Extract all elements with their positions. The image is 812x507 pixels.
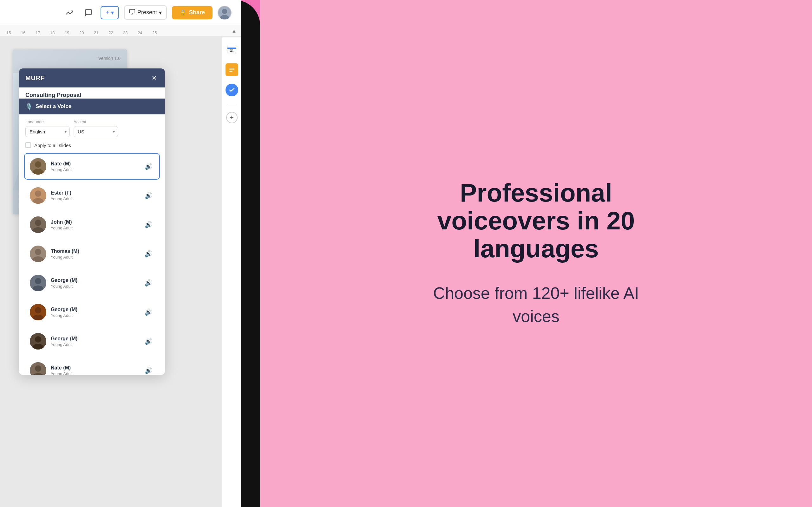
svg-point-15 bbox=[35, 161, 41, 168]
hero-title: Professional voiceovers in 20 languages bbox=[425, 179, 647, 263]
document-title: Consulting Proposal bbox=[19, 88, 165, 99]
ruler-24: 24 bbox=[138, 31, 152, 37]
voice-play-thomas[interactable]: 🔊 bbox=[143, 248, 154, 260]
filter-row: Language English Spanish French ▾ Accent bbox=[19, 114, 165, 142]
svg-rect-42 bbox=[229, 68, 235, 68]
ruler-close-button[interactable]: ▲ bbox=[230, 26, 239, 36]
add-button[interactable]: + ▾ bbox=[101, 6, 119, 19]
voice-avatar-ester bbox=[30, 187, 46, 204]
mic-icon: 🎙️ bbox=[26, 103, 32, 110]
ruler-numbers: 15 16 17 18 19 20 21 22 23 24 25 bbox=[0, 25, 167, 37]
ruler-19: 19 bbox=[65, 31, 79, 37]
svg-point-4 bbox=[222, 9, 227, 14]
voice-name-george-3: George (M) bbox=[51, 336, 143, 342]
select-voice-label: Select a Voice bbox=[36, 103, 71, 110]
voice-play-george-1[interactable]: 🔊 bbox=[143, 277, 154, 289]
ruler-18: 18 bbox=[50, 31, 65, 37]
svg-point-33 bbox=[35, 336, 41, 343]
lock-icon: 🔒 bbox=[180, 9, 187, 16]
ruler-23: 23 bbox=[123, 31, 138, 37]
voice-avatar-thomas bbox=[30, 245, 46, 262]
voice-avatar-george-1 bbox=[30, 275, 46, 291]
language-select[interactable]: English Spanish French bbox=[26, 126, 70, 137]
present-button[interactable]: Present ▾ bbox=[124, 5, 167, 20]
accent-select-wrapper: US UK AU ▾ bbox=[73, 126, 118, 137]
voice-item-george-3[interactable]: George (M) Young Adult 🔊 bbox=[24, 328, 160, 354]
hero-subtitle: Choose from 120+ lifelike AI voices bbox=[425, 282, 647, 328]
apply-all-label: Apply to all slides bbox=[34, 143, 71, 148]
voice-item-george-2[interactable]: George (M) Young Adult 🔊 bbox=[24, 299, 160, 326]
ruler-25: 25 bbox=[152, 31, 167, 37]
voice-avatar-george-3 bbox=[30, 333, 46, 349]
share-label: Share bbox=[189, 9, 205, 16]
voice-info-george-3: George (M) Young Adult bbox=[51, 336, 143, 347]
voice-item-nate-2[interactable]: Nate (M) Young Adult 🔊 bbox=[24, 357, 160, 375]
yellow-note-icon[interactable] bbox=[225, 63, 238, 76]
blue-check-icon[interactable] bbox=[225, 83, 238, 96]
voice-info-ester: Ester (F) Young Adult bbox=[51, 190, 143, 201]
language-filter-group: Language English Spanish French ▾ bbox=[26, 119, 70, 137]
accent-label: Accent bbox=[73, 119, 118, 124]
svg-point-18 bbox=[35, 190, 41, 197]
present-screen-icon bbox=[129, 9, 136, 16]
voice-item-george-1[interactable]: George (M) Young Adult 🔊 bbox=[24, 270, 160, 296]
svg-text:31: 31 bbox=[230, 49, 234, 53]
google-calendar-icon[interactable]: 31 bbox=[225, 43, 238, 56]
voice-age-nate-2: Young Adult bbox=[51, 372, 143, 375]
language-select-wrapper: English Spanish French ▾ bbox=[26, 126, 70, 137]
murf-modal: MURF ✕ Consulting Proposal 🎙️ Select a V… bbox=[19, 68, 165, 375]
sidebar-add-button[interactable]: + bbox=[226, 112, 238, 123]
voice-play-ester[interactable]: 🔊 bbox=[143, 190, 154, 201]
ruler-21: 21 bbox=[94, 31, 108, 37]
voice-age-thomas: Young Adult bbox=[51, 255, 143, 260]
share-button[interactable]: 🔒 Share bbox=[172, 6, 212, 19]
voice-play-john[interactable]: 🔊 bbox=[143, 219, 154, 230]
voice-item-john[interactable]: John (M) Young Adult 🔊 bbox=[24, 211, 160, 238]
apply-all-checkbox[interactable] bbox=[26, 142, 31, 148]
voice-item-nate-1[interactable]: Nate (M) Young Adult 🔊 bbox=[24, 153, 160, 180]
ruler-22: 22 bbox=[108, 31, 123, 37]
right-sidebar: 31 + bbox=[222, 37, 241, 507]
voice-name-nate-2: Nate (M) bbox=[51, 365, 143, 371]
analytics-icon[interactable] bbox=[62, 6, 77, 20]
user-avatar[interactable] bbox=[217, 6, 232, 20]
voice-play-nate-1[interactable]: 🔊 bbox=[143, 161, 154, 172]
add-chevron: ▾ bbox=[111, 9, 114, 16]
comments-icon[interactable] bbox=[82, 6, 96, 20]
svg-rect-0 bbox=[130, 9, 135, 13]
voice-play-nate-2[interactable]: 🔊 bbox=[143, 365, 154, 375]
voice-name-ester: Ester (F) bbox=[51, 190, 143, 196]
voice-name-john: John (M) bbox=[51, 219, 143, 225]
voice-avatar-nate-2 bbox=[30, 362, 46, 375]
language-label: Language bbox=[26, 119, 70, 124]
laptop-frame: + ▾ Present ▾ 🔒 Share bbox=[0, 0, 260, 507]
select-voice-bar: 🎙️ Select a Voice bbox=[19, 99, 165, 114]
present-label: Present bbox=[137, 9, 157, 16]
voice-avatar-john bbox=[30, 216, 46, 233]
ruler-17: 17 bbox=[36, 31, 50, 37]
voice-play-george-2[interactable]: 🔊 bbox=[143, 306, 154, 318]
svg-rect-43 bbox=[229, 69, 235, 70]
voice-age-ester: Young Adult bbox=[51, 196, 143, 201]
voice-name-george-2: George (M) bbox=[51, 307, 143, 313]
voice-age-george-1: Young Adult bbox=[51, 284, 143, 289]
accent-filter-group: Accent US UK AU ▾ bbox=[73, 119, 118, 137]
voice-age-george-2: Young Adult bbox=[51, 313, 143, 318]
voice-play-george-3[interactable]: 🔊 bbox=[143, 336, 154, 347]
voice-list: Nate (M) Young Adult 🔊 Ester (F) Young A… bbox=[19, 153, 165, 375]
modal-close-button[interactable]: ✕ bbox=[150, 73, 159, 82]
ruler-20: 20 bbox=[79, 31, 94, 37]
voice-avatar-george-2 bbox=[30, 304, 46, 320]
ruler-16: 16 bbox=[21, 31, 36, 37]
svg-point-27 bbox=[35, 278, 41, 284]
voice-item-thomas[interactable]: Thomas (M) Young Adult 🔊 bbox=[24, 240, 160, 267]
voice-info-nate-2: Nate (M) Young Adult bbox=[51, 365, 143, 375]
accent-select[interactable]: US UK AU bbox=[73, 126, 118, 137]
modal-title: MURF bbox=[26, 74, 45, 82]
voice-info-thomas: Thomas (M) Young Adult bbox=[51, 248, 143, 260]
svg-point-36 bbox=[35, 365, 41, 372]
voice-item-ester[interactable]: Ester (F) Young Adult 🔊 bbox=[24, 182, 160, 209]
voice-age-george-3: Young Adult bbox=[51, 342, 143, 347]
voice-avatar-nate-1 bbox=[30, 158, 46, 175]
svg-point-24 bbox=[35, 249, 41, 255]
